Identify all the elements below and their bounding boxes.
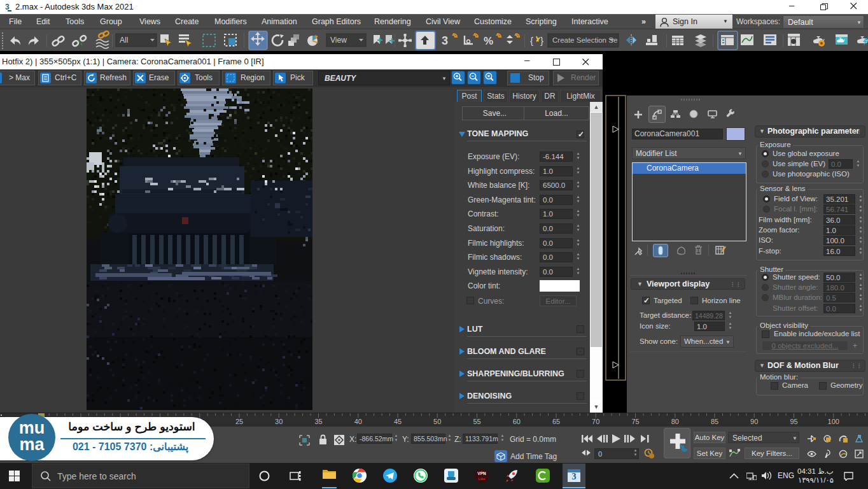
svg-text:30: 30: [275, 418, 283, 425]
svg-text:75: 75: [631, 418, 639, 425]
svg-text:View: View: [330, 36, 347, 45]
svg-text:}: }: [540, 35, 543, 46]
svg-text:85: 85: [711, 418, 718, 425]
svg-text:Like: Like: [478, 477, 486, 481]
svg-text:40: 40: [354, 418, 362, 425]
svg-text:90: 90: [750, 418, 758, 425]
svg-text:All: All: [120, 36, 128, 45]
svg-text:3: 3: [442, 34, 448, 47]
svg-text:55: 55: [473, 418, 480, 425]
svg-text:70: 70: [592, 418, 599, 425]
svg-text:60: 60: [513, 418, 521, 425]
svg-text:65: 65: [552, 418, 560, 425]
svg-text:80: 80: [671, 418, 679, 425]
svg-text:VPN: VPN: [477, 471, 486, 476]
svg-text:100: 100: [828, 418, 839, 425]
svg-text:{: {: [530, 35, 533, 46]
svg-text:%: %: [484, 35, 493, 47]
svg-text:25: 25: [235, 418, 243, 425]
svg-text:35: 35: [314, 418, 322, 425]
svg-text:3: 3: [572, 472, 577, 481]
svg-text:3: 3: [5, 3, 10, 11]
svg-text:95: 95: [790, 418, 797, 425]
svg-text:50: 50: [433, 418, 441, 425]
svg-text:45: 45: [394, 418, 402, 425]
svg-text:Create Selection Se: Create Selection Se: [552, 36, 617, 44]
